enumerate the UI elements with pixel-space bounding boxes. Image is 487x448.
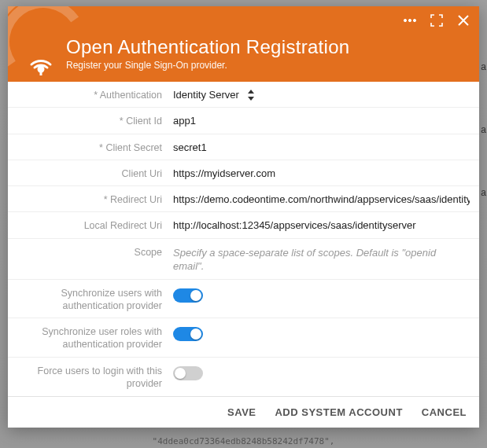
field-sync-users: Synchronize users with authentication pr… [8, 280, 479, 319]
field-label: Force users to login with this provider [8, 363, 173, 391]
field-client-secret[interactable]: * Client Secret secret1 [8, 134, 479, 160]
field-scope[interactable]: Scope Specify a space-separate list of s… [8, 239, 479, 280]
field-client-id[interactable]: * Client Id app1 [8, 108, 479, 134]
field-sync-roles: Synchronize user roles with authenticati… [8, 318, 479, 358]
field-label: Client Uri [8, 166, 173, 180]
broadcast-icon [24, 41, 58, 75]
field-value: app1 [173, 113, 470, 127]
field-force-login: Force users to login with this provider [8, 358, 479, 396]
svg-rect-4 [40, 69, 42, 75]
field-local-redirect-uri[interactable]: Local Redirect Uri http://localhost:1234… [8, 212, 479, 238]
field-label: Synchronize users with authentication pr… [8, 285, 173, 313]
field-value: secret1 [173, 140, 470, 153]
field-value: http://localhost:12345/appservices/saas/… [173, 218, 470, 231]
field-placeholder: Specify a space-separate list of scopes.… [173, 244, 470, 274]
auth-registration-modal: Open Authentication Registration Registe… [8, 6, 479, 428]
field-label: Scope [8, 244, 173, 259]
toggle-sync-roles[interactable] [173, 327, 203, 341]
dropdown-icon[interactable] [247, 90, 255, 101]
field-label: * Redirect Uri [8, 192, 173, 206]
modal-header: Open Authentication Registration Registe… [8, 6, 479, 82]
field-label: * Client Secret [8, 140, 173, 154]
toggle-sync-users[interactable] [173, 288, 203, 303]
field-label: Local Redirect Uri [8, 218, 173, 232]
field-value: https://myidserver.com [173, 166, 470, 179]
field-value: Identity Server [173, 89, 239, 101]
field-client-uri[interactable]: Client Uri https://myidserver.com [8, 160, 479, 186]
modal-title: Open Authentication Registration [66, 36, 468, 58]
field-label: * Client Id [8, 113, 173, 127]
cancel-button[interactable]: CANCEL [422, 406, 467, 418]
field-label: Synchronize user roles with authenticati… [8, 324, 173, 351]
modal-footer: SAVE ADD SYSTEM ACCOUNT CANCEL [8, 396, 479, 428]
add-system-account-button[interactable]: ADD SYSTEM ACCOUNT [275, 406, 402, 418]
field-redirect-uri[interactable]: * Redirect Uri https://demo.codeontime.c… [8, 186, 479, 212]
form-body: * Authentication Identity Server * Clien… [8, 82, 479, 396]
field-label: * Authentication [8, 87, 173, 101]
save-button[interactable]: SAVE [227, 406, 256, 418]
modal-subtitle: Register your Single Sign-On provider. [66, 60, 468, 71]
field-authentication[interactable]: * Authentication Identity Server [8, 82, 479, 108]
toggle-force-login[interactable] [173, 366, 203, 380]
field-value: https://demo.codeontime.com/northwind/ap… [173, 192, 470, 205]
